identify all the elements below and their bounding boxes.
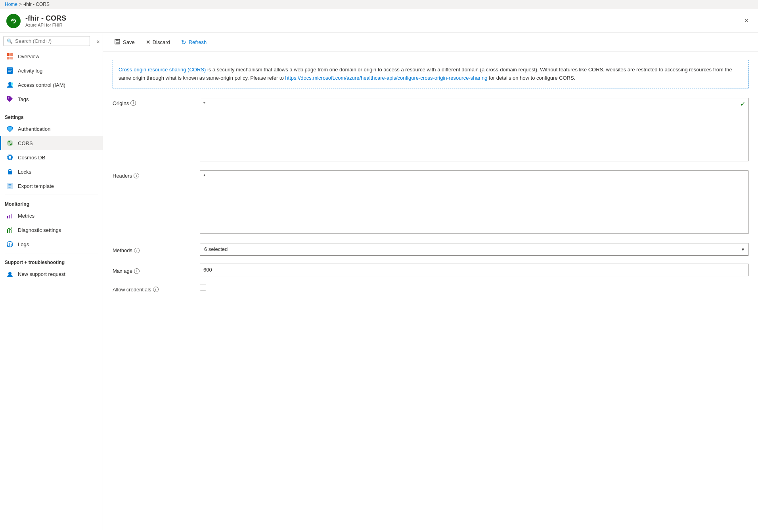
save-label: Save: [123, 39, 135, 45]
docs-link[interactable]: https://docs.microsoft.com/azure/healthc…: [285, 75, 487, 81]
maxage-input[interactable]: [200, 264, 748, 276]
origins-valid-icon: ✓: [740, 100, 745, 108]
svg-point-1: [11, 19, 13, 21]
svg-rect-24: [11, 214, 12, 218]
maxage-info-icon[interactable]: i: [134, 268, 140, 274]
svg-rect-30: [9, 243, 10, 247]
logs-label: Logs: [18, 241, 29, 247]
close-button[interactable]: ×: [741, 15, 752, 27]
toolbar: Save ✕ Discard ↻ Refresh: [103, 33, 758, 52]
svg-rect-29: [7, 245, 8, 247]
sidebar-item-new-support-request[interactable]: New support request: [0, 267, 103, 281]
tags-label: Tags: [18, 96, 29, 102]
sidebar-item-access-control[interactable]: Access control (IAM): [0, 78, 103, 92]
headers-textarea[interactable]: *: [200, 170, 748, 234]
discard-button[interactable]: ✕ Discard: [141, 37, 175, 48]
diagnostic-settings-icon: [6, 226, 14, 234]
allowcredentials-checkbox[interactable]: [200, 285, 206, 291]
origins-textarea[interactable]: *: [200, 98, 748, 161]
allowcredentials-row: Allow credentials i: [113, 284, 748, 293]
sidebar-item-overview[interactable]: Overview: [0, 49, 103, 63]
cosmos-db-icon: [6, 153, 14, 161]
page-content: Cross-origin resource sharing (CORS) is …: [103, 52, 758, 530]
breadcrumb-home[interactable]: Home: [5, 2, 17, 7]
settings-section-label: Settings: [0, 110, 103, 122]
collapse-sidebar-button[interactable]: «: [95, 36, 101, 46]
monitoring-section-label: Monitoring: [0, 197, 103, 209]
sidebar: 🔍 « Overview Activity log: [0, 33, 103, 530]
search-box[interactable]: 🔍: [3, 36, 90, 46]
cosmos-db-label: Cosmos DB: [18, 155, 45, 161]
save-icon: [114, 38, 121, 46]
origins-label: Origins i: [113, 98, 192, 106]
origins-control: * ✓: [200, 98, 748, 163]
sidebar-item-tags[interactable]: Tags: [0, 92, 103, 106]
locks-label: Locks: [18, 169, 31, 175]
top-bar-left: -fhir - CORS Azure API for FHIR: [6, 14, 66, 28]
support-items: New support request: [0, 267, 103, 281]
sidebar-item-cosmos-db[interactable]: Cosmos DB: [0, 150, 103, 165]
overview-icon: [6, 52, 14, 60]
access-control-icon: [6, 81, 14, 89]
methods-label: Methods i: [113, 245, 192, 253]
app-title: -fhir - CORS: [25, 14, 66, 23]
support-divider: [5, 253, 98, 253]
sidebar-item-export-template[interactable]: Export template: [0, 179, 103, 193]
top-bar: -fhir - CORS Azure API for FHIR ×: [0, 9, 758, 33]
svg-rect-8: [8, 69, 12, 69]
allowcredentials-label: Allow credentials i: [113, 284, 192, 293]
cors-label: CORS: [18, 140, 33, 146]
allowcredentials-control: [200, 285, 748, 292]
sidebar-item-cors[interactable]: CORS: [0, 136, 103, 150]
metrics-icon: [6, 212, 14, 220]
monitoring-divider: [5, 195, 98, 195]
cors-icon: [6, 139, 14, 147]
svg-point-12: [11, 82, 13, 85]
sidebar-item-authentication[interactable]: Authentication: [0, 122, 103, 136]
cors-link[interactable]: Cross-origin resource sharing (CORS): [119, 67, 206, 73]
discard-label: Discard: [153, 39, 170, 45]
breadcrumb-current: -fhir - CORS: [23, 2, 50, 7]
authentication-icon: [6, 125, 14, 133]
svg-rect-25: [7, 230, 8, 233]
sidebar-item-activity-log[interactable]: Activity log: [0, 63, 103, 78]
app-icon: [6, 14, 21, 28]
refresh-label: Refresh: [189, 39, 207, 45]
breadcrumb-separator: >: [19, 2, 22, 7]
svg-rect-6: [10, 57, 13, 59]
activity-log-label: Activity log: [18, 68, 42, 74]
allowcredentials-info-icon[interactable]: i: [153, 287, 159, 292]
sidebar-item-logs[interactable]: Logs: [0, 237, 103, 251]
svg-rect-3: [7, 53, 10, 56]
headers-row: Headers i *: [113, 170, 748, 235]
sidebar-item-metrics[interactable]: Metrics: [0, 209, 103, 223]
diagnostic-settings-label: Diagnostic settings: [18, 227, 61, 233]
svg-point-2: [14, 19, 15, 20]
settings-items: Authentication CORS Cosmos DB Locks: [0, 122, 103, 193]
methods-select[interactable]: 6 selected ▾: [200, 243, 748, 256]
settings-divider: [5, 108, 98, 108]
export-template-icon: [6, 182, 14, 190]
methods-info-icon[interactable]: i: [134, 248, 140, 253]
maxage-row: Max age i: [113, 264, 748, 276]
search-input[interactable]: [15, 38, 86, 44]
svg-rect-35: [116, 42, 119, 44]
headers-info-icon[interactable]: i: [134, 173, 139, 178]
sidebar-item-locks[interactable]: Locks: [0, 165, 103, 179]
description-box: Cross-origin resource sharing (CORS) is …: [113, 60, 748, 88]
app-subtitle: Azure API for FHIR: [25, 23, 66, 27]
refresh-button[interactable]: ↻ Refresh: [176, 36, 212, 48]
main-layout: 🔍 « Overview Activity log: [0, 33, 758, 530]
maxage-label: Max age i: [113, 266, 192, 274]
breadcrumb: Home > -fhir - CORS: [0, 0, 758, 9]
authentication-label: Authentication: [18, 126, 50, 132]
new-support-request-label: New support request: [18, 271, 65, 277]
sidebar-item-diagnostic-settings[interactable]: Diagnostic settings: [0, 223, 103, 237]
svg-rect-31: [11, 244, 12, 247]
tags-icon: [6, 95, 14, 103]
origins-info-icon[interactable]: i: [130, 100, 136, 106]
headers-label: Headers i: [113, 170, 192, 179]
save-button[interactable]: Save: [109, 36, 140, 48]
app-title-group: -fhir - CORS Azure API for FHIR: [25, 14, 66, 27]
svg-point-13: [8, 98, 10, 99]
